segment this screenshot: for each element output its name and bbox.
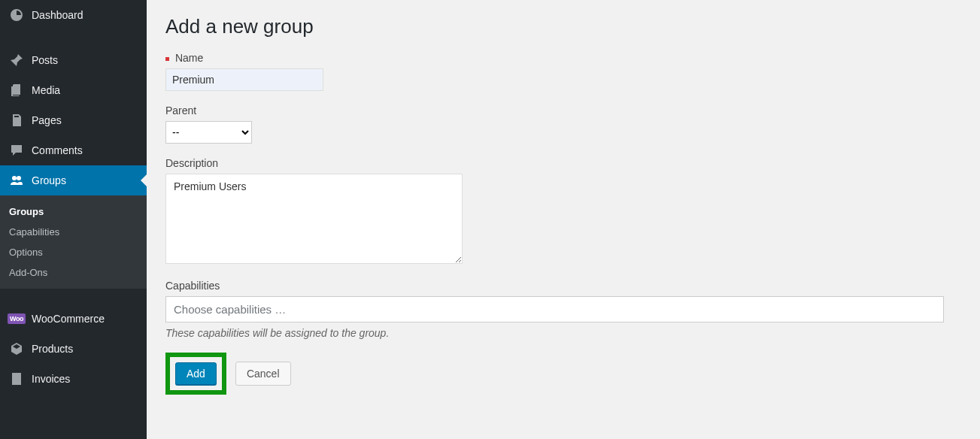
dashboard-icon [9, 8, 24, 23]
capabilities-hint: These capabilities will be assigned to t… [165, 327, 961, 339]
menu-label: Media [32, 84, 60, 96]
capabilities-input[interactable]: Choose capabilities … [165, 296, 944, 322]
sidebar-item-dashboard[interactable]: Dashboard [0, 0, 147, 30]
add-button-highlight: Add [165, 353, 226, 395]
sidebar-item-groups[interactable]: Groups [0, 165, 147, 195]
products-icon [9, 341, 24, 356]
sidebar-item-posts[interactable]: Posts [0, 45, 147, 75]
sidebar-item-media[interactable]: Media [0, 75, 147, 105]
cancel-button[interactable]: Cancel [235, 362, 291, 386]
parent-label: Parent [165, 104, 961, 117]
menu-label: Products [32, 343, 73, 355]
pin-icon [9, 53, 24, 68]
groups-icon [9, 173, 24, 188]
name-field: Name [165, 52, 961, 91]
menu-label: Dashboard [32, 9, 83, 21]
groups-submenu: Groups Capabilities Options Add-Ons [0, 195, 147, 289]
submenu-item-capabilities[interactable]: Capabilities [0, 222, 147, 242]
pages-icon [9, 113, 24, 128]
sidebar-item-invoices[interactable]: Invoices [0, 364, 147, 394]
media-icon [9, 83, 24, 98]
woocommerce-icon: Woo [9, 311, 24, 326]
comments-icon [9, 143, 24, 158]
sidebar-item-comments[interactable]: Comments [0, 135, 147, 165]
capabilities-field: Capabilities Choose capabilities … These… [165, 280, 961, 339]
menu-label: Groups [32, 174, 66, 186]
submenu-item-groups[interactable]: Groups [0, 201, 147, 222]
menu-label: WooCommerce [32, 313, 105, 325]
svg-point-1 [17, 176, 21, 180]
menu-label: Comments [32, 144, 83, 156]
description-input[interactable]: Premium Users [165, 174, 463, 264]
menu-label: Invoices [32, 373, 70, 385]
description-field: Description Premium Users [165, 157, 961, 266]
required-indicator [165, 57, 169, 61]
main-content: Add a new group Name Parent -- Descripti… [147, 0, 980, 439]
submenu-item-addons[interactable]: Add-Ons [0, 262, 147, 283]
sidebar-item-products[interactable]: Products [0, 334, 147, 364]
admin-sidebar: Dashboard Posts Media Pages Comments Gro… [0, 0, 147, 439]
add-button[interactable]: Add [175, 362, 217, 385]
capabilities-label: Capabilities [165, 280, 961, 292]
name-input[interactable] [165, 68, 323, 91]
sidebar-item-woocommerce[interactable]: Woo WooCommerce [0, 304, 147, 334]
form-actions: Add Cancel [165, 353, 961, 395]
parent-select[interactable]: -- [165, 121, 252, 144]
page-title: Add a new group [165, 15, 961, 38]
submenu-item-options[interactable]: Options [0, 242, 147, 262]
invoices-icon [9, 371, 24, 386]
parent-field: Parent -- [165, 104, 961, 144]
sidebar-item-pages[interactable]: Pages [0, 105, 147, 135]
name-label: Name [165, 52, 961, 64]
description-label: Description [165, 157, 961, 169]
svg-point-0 [12, 176, 17, 180]
menu-label: Posts [32, 54, 58, 66]
menu-label: Pages [32, 114, 62, 126]
